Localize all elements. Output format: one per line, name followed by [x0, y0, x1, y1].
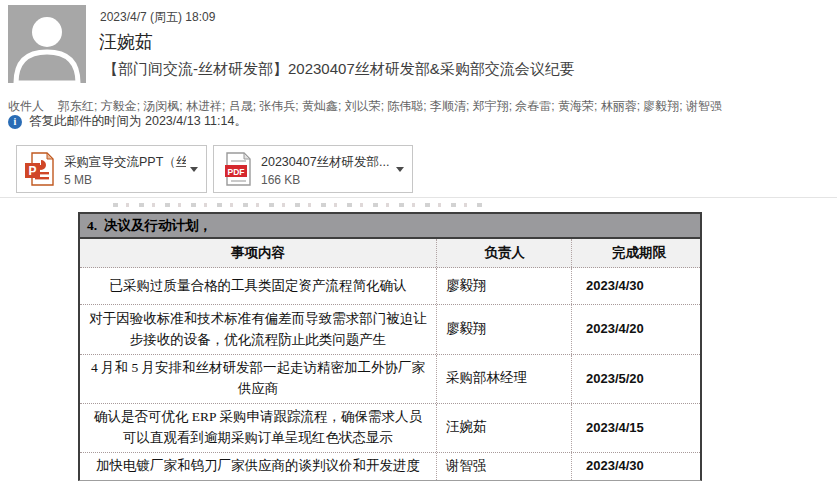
- attachment-dropdown-button[interactable]: [186, 146, 202, 192]
- cell-deadline: 2023/5/20: [572, 355, 700, 403]
- minutes-table: 4. 决议及行动计划， 事项内容 负责人 完成期限 已采购过质量合格的工具类固定…: [78, 212, 702, 481]
- sender-avatar[interactable]: [8, 5, 86, 83]
- sender-name[interactable]: 汪婉茹: [99, 30, 153, 54]
- pdf-file-icon: PDF: [222, 152, 252, 186]
- attachment-dropdown-button[interactable]: [392, 146, 408, 192]
- attachment-info: 20230407丝材研发部... 166 KB: [261, 152, 392, 187]
- clipped-text-row: [113, 203, 483, 207]
- chevron-down-icon: [396, 167, 404, 172]
- email-reading-pane: 2023/4/7 (周五) 18:09 汪婉茹 【部门间交流-丝材研发部】202…: [0, 0, 837, 490]
- header-body-divider: [0, 197, 837, 198]
- table-row: 确认是否可优化 ERP 采购申请跟踪流程，确保需求人员可以直观看到逾期采购订单呈…: [80, 404, 700, 453]
- svg-text:PDF: PDF: [228, 167, 245, 177]
- cell-item: 对于因验收标准和技术标准有偏差而导致需求部门被迫让步接收的设备，优化流程防止此类…: [80, 305, 437, 354]
- message-date: 2023/4/7 (周五) 18:09: [100, 9, 215, 26]
- cell-deadline: 2023/4/30: [572, 268, 700, 304]
- infobar-text: 答复此邮件的时间为 2023/4/13 11:14。: [29, 113, 247, 130]
- cell-owner: 汪婉茹: [437, 404, 572, 452]
- svg-text:P: P: [28, 164, 36, 178]
- message-subject: 【部门间交流-丝材研发部】20230407丝材研发部&采购部交流会议纪要: [103, 60, 575, 79]
- attachment-size: 5 MB: [64, 173, 186, 187]
- table-row: 4 月和 5 月安排和丝材研发部一起走访精密加工外协厂家供应商 采购部林经理 2…: [80, 355, 700, 404]
- attachment-name: 20230407丝材研发部...: [261, 155, 390, 169]
- cell-owner: 谢智强: [437, 453, 572, 480]
- attachment-info: 采购宣导交流PPT（丝... 5 MB: [64, 152, 186, 187]
- attachment-ppt[interactable]: P 采购宣导交流PPT（丝... 5 MB: [16, 145, 207, 193]
- recipients-label: 收件人: [8, 99, 44, 113]
- info-icon: i: [8, 115, 22, 129]
- cell-item: 加快电镀厂家和钨刀厂家供应商的谈判议价和开发进度: [80, 453, 437, 480]
- cell-owner: 采购部林经理: [437, 355, 572, 403]
- cell-deadline: 2023/4/30: [572, 453, 700, 480]
- column-header-item: 事项内容: [80, 239, 437, 267]
- section-title-bar: 4. 决议及行动计划，: [80, 214, 700, 239]
- attachment-name: 采购宣导交流PPT（丝...: [64, 155, 186, 169]
- table-row: 对于因验收标准和技术标准有偏差而导致需求部门被迫让步接收的设备，优化流程防止此类…: [80, 305, 700, 355]
- column-header-owner: 负责人: [437, 239, 572, 267]
- table-header-row: 事项内容 负责人 完成期限: [80, 239, 700, 268]
- cell-item: 确认是否可优化 ERP 采购申请跟踪流程，确保需求人员可以直观看到逾期采购订单呈…: [80, 404, 437, 452]
- reply-infobar: i 答复此邮件的时间为 2023/4/13 11:14。: [8, 113, 247, 130]
- cell-deadline: 2023/4/15: [572, 404, 700, 452]
- person-silhouette-icon: [8, 5, 86, 83]
- cell-owner: 廖毅翔: [437, 305, 572, 354]
- column-header-deadline: 完成期限: [572, 239, 700, 267]
- powerpoint-file-icon: P: [25, 152, 55, 186]
- chevron-down-icon: [190, 167, 198, 172]
- recipients-list[interactable]: 郭东红; 方毅金; 汤闵枫; 林进祥; 吕晟; 张伟兵; 黄灿鑫; 刘以荣; 陈…: [58, 99, 722, 113]
- cell-deadline: 2023/4/20: [572, 305, 700, 354]
- attachment-pdf[interactable]: PDF 20230407丝材研发部... 166 KB: [213, 145, 413, 193]
- cell-item: 4 月和 5 月安排和丝材研发部一起走访精密加工外协厂家供应商: [80, 355, 437, 403]
- cell-item: 已采购过质量合格的工具类固定资产流程简化确认: [80, 268, 437, 304]
- cell-owner: 廖毅翔: [437, 268, 572, 304]
- table-row: 已采购过质量合格的工具类固定资产流程简化确认 廖毅翔 2023/4/30: [80, 268, 700, 305]
- table-row: 加快电镀厂家和钨刀厂家供应商的谈判议价和开发进度 谢智强 2023/4/30: [80, 453, 700, 480]
- attachment-size: 166 KB: [261, 173, 392, 187]
